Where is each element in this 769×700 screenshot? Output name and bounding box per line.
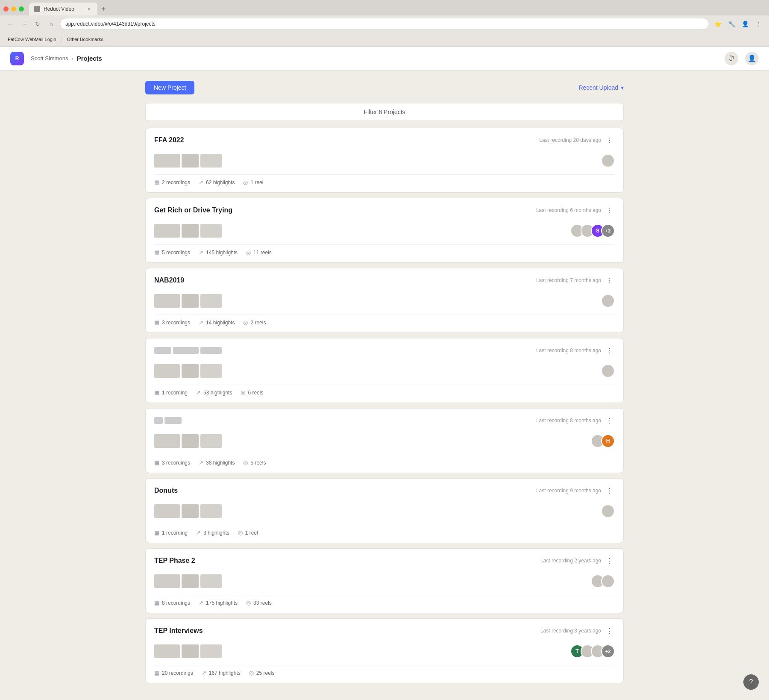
- project-body: [154, 152, 615, 169]
- recordings-icon: ▦: [154, 389, 159, 396]
- highlights-count: 14 highlights: [206, 320, 235, 326]
- recordings-stat: ▦ 5 recordings: [154, 249, 190, 256]
- recordings-count: 1 recording: [162, 530, 188, 536]
- project-more-button[interactable]: ⋮: [605, 135, 615, 145]
- project-body: H: [154, 432, 615, 450]
- project-header: NAB2019 Last recording 7 months ago ⋮: [154, 275, 615, 285]
- highlights-stat: ↗ 62 highlights: [199, 179, 235, 185]
- reels-stat: ◎ 33 reels: [246, 600, 272, 606]
- project-thumbnails: [154, 154, 601, 168]
- user-avatar-button[interactable]: 👤: [745, 52, 759, 65]
- highlights-stat: ↗ 167 highlights: [202, 670, 241, 676]
- reels-count: 5 reels: [250, 460, 266, 466]
- project-body: [154, 503, 615, 520]
- avatar: [601, 294, 615, 308]
- profile-button[interactable]: 👤: [740, 19, 750, 29]
- project-meta-right: Last recording 3 years ago ⋮: [540, 626, 615, 636]
- project-card[interactable]: Donuts Last recording 9 months ago ⋮ ▦ 1…: [145, 478, 624, 543]
- bookmark-other[interactable]: Other Bookmarks: [65, 36, 106, 43]
- highlights-count: 53 highlights: [203, 390, 232, 396]
- bookmark-button[interactable]: ⭐: [713, 19, 723, 29]
- project-card[interactable]: TEP Phase 2 Last recording 2 years ago ⋮…: [145, 548, 624, 613]
- highlights-count: 145 highlights: [206, 250, 238, 256]
- project-card[interactable]: Last recording 8 months ago ⋮ H ▦ 3 reco…: [145, 408, 624, 473]
- breadcrumb-separator: ›: [71, 55, 73, 62]
- project-name: FFA 2022: [154, 136, 184, 144]
- project-header: TEP Phase 2 Last recording 2 years ago ⋮: [154, 556, 615, 566]
- project-avatars: S+2: [570, 224, 615, 238]
- project-more-button[interactable]: ⋮: [605, 626, 615, 636]
- project-card[interactable]: Last recording 8 months ago ⋮ ▦ 1 record…: [145, 338, 624, 403]
- user-avatar-icon: 👤: [748, 54, 756, 62]
- project-more-button[interactable]: ⋮: [605, 275, 615, 285]
- project-avatars: [591, 574, 615, 588]
- menu-button[interactable]: ⋮: [754, 19, 764, 29]
- recordings-stat: ▦ 1 recording: [154, 529, 188, 536]
- project-more-button[interactable]: ⋮: [605, 415, 615, 426]
- project-footer: ▦ 5 recordings ↗ 145 highlights ◎ 11 ree…: [154, 244, 615, 256]
- project-more-button[interactable]: ⋮: [605, 345, 615, 356]
- reels-icon: ◎: [243, 319, 248, 326]
- home-button[interactable]: ⌂: [46, 19, 56, 29]
- tab-title: Reduct Video: [44, 6, 74, 12]
- recordings-icon: ▦: [154, 670, 159, 676]
- highlights-icon: ↗: [196, 389, 201, 396]
- project-card[interactable]: NAB2019 Last recording 7 months ago ⋮ ▦ …: [145, 268, 624, 333]
- recordings-count: 3 recordings: [162, 460, 190, 466]
- project-thumbnails: [154, 644, 570, 658]
- new-project-button[interactable]: New Project: [145, 81, 194, 94]
- highlights-icon: ↗: [199, 179, 203, 185]
- address-bar: ← → ↻ ⌂ app.reduct.video/#/o/4143dd19/pr…: [0, 15, 769, 32]
- forward-button[interactable]: →: [19, 19, 29, 29]
- last-recording-text: Last recording 6 months ago: [536, 207, 601, 213]
- help-button[interactable]: ?: [743, 674, 759, 690]
- project-meta-right: Last recording 8 months ago ⋮: [536, 345, 615, 356]
- url-bar[interactable]: app.reduct.video/#/o/4143dd19/projects: [60, 18, 709, 30]
- project-avatars: [601, 504, 615, 518]
- project-more-button[interactable]: ⋮: [605, 485, 615, 496]
- reels-stat: ◎ 25 reels: [249, 670, 275, 676]
- project-more-button[interactable]: ⋮: [605, 205, 615, 215]
- project-card[interactable]: Get Rich or Drive Trying Last recording …: [145, 198, 624, 263]
- last-recording-text: Last recording 9 months ago: [536, 488, 601, 494]
- project-more-button[interactable]: ⋮: [605, 556, 615, 566]
- reels-stat: ◎ 2 reels: [243, 319, 266, 326]
- recordings-icon: ▦: [154, 319, 159, 326]
- url-text: app.reduct.video/#/o/4143dd19/projects: [65, 21, 156, 27]
- project-body: [154, 362, 615, 379]
- breadcrumb-user[interactable]: Scott Simmons: [31, 55, 68, 62]
- reload-button[interactable]: ↻: [32, 19, 43, 29]
- fullscreen-traffic-light[interactable]: [19, 6, 24, 12]
- history-icon: ⏱: [728, 55, 735, 62]
- avatar: [601, 154, 615, 168]
- project-card[interactable]: FFA 2022 Last recording 20 days ago ⋮ ▦ …: [145, 128, 624, 193]
- extensions-button[interactable]: 🔧: [726, 19, 737, 29]
- help-icon: ?: [749, 678, 753, 686]
- project-name-blurred: [154, 347, 222, 354]
- reels-count: 1 reel: [245, 530, 258, 536]
- highlights-icon: ↗: [196, 529, 201, 536]
- minimize-traffic-light[interactable]: [11, 6, 16, 12]
- recent-upload-button[interactable]: Recent Upload ▾: [578, 84, 624, 91]
- reels-icon: ◎: [238, 529, 243, 536]
- back-button[interactable]: ←: [5, 19, 15, 29]
- project-card[interactable]: TEP Interviews Last recording 3 years ag…: [145, 618, 624, 683]
- project-footer: ▦ 3 recordings ↗ 14 highlights ◎ 2 reels: [154, 315, 615, 326]
- avatar: H: [601, 434, 615, 448]
- bookmark-fatcow[interactable]: FatCow WebMail Login: [5, 36, 59, 43]
- chevron-down-icon: ▾: [621, 84, 624, 91]
- filter-projects-bar[interactable]: Filter 8 Projects: [145, 103, 624, 121]
- project-footer: ▦ 3 recordings ↗ 38 highlights ◎ 5 reels: [154, 455, 615, 466]
- app-logo[interactable]: R: [10, 52, 24, 65]
- project-meta-right: Last recording 2 years ago ⋮: [540, 556, 615, 566]
- close-traffic-light[interactable]: [3, 6, 9, 12]
- new-tab-button[interactable]: +: [97, 3, 109, 15]
- highlights-count: 62 highlights: [206, 179, 235, 185]
- browser-tab[interactable]: Reduct Video ×: [29, 3, 97, 15]
- history-button[interactable]: ⏱: [725, 52, 738, 65]
- project-name: Donuts: [154, 487, 178, 494]
- highlights-count: 3 highlights: [203, 530, 229, 536]
- tab-close-button[interactable]: ×: [85, 6, 92, 12]
- project-header: TEP Interviews Last recording 3 years ag…: [154, 626, 615, 636]
- avatar: [601, 574, 615, 588]
